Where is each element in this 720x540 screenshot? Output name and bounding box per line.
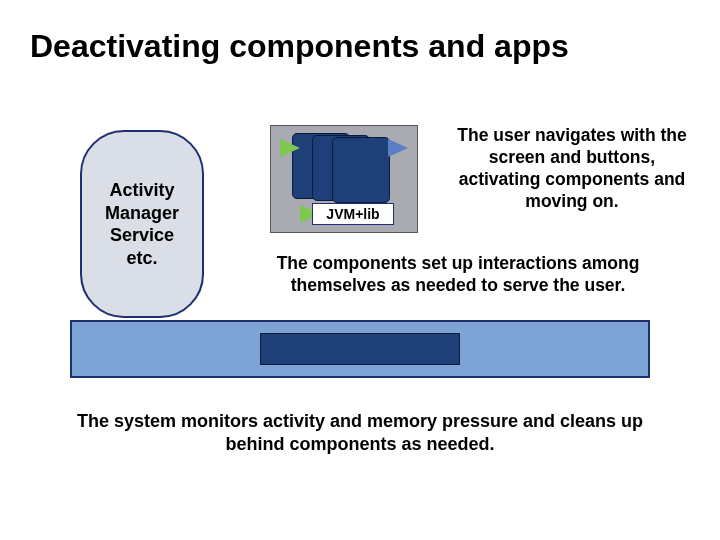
user-navigation-text: The user navigates with the screen and b… (448, 125, 696, 213)
slide-title: Deactivating components and apps (30, 28, 569, 65)
activity-manager-box: Activity Manager Service etc. (80, 130, 204, 318)
component-card-icon (332, 137, 390, 203)
arrow-right-icon (388, 139, 408, 157)
ams-line2: Manager (105, 203, 179, 223)
jvm-process-group: JVM+lib (270, 125, 418, 233)
ams-line4: etc. (126, 248, 157, 268)
ams-line1: Activity (109, 180, 174, 200)
component-interaction-text: The components set up interactions among… (228, 253, 688, 297)
arrow-right-icon (280, 139, 300, 157)
system-bar-inner (260, 333, 460, 365)
jvm-label: JVM+lib (312, 203, 394, 225)
system-bar (70, 320, 650, 378)
ams-line3: Service (110, 225, 174, 245)
activity-manager-text: Activity Manager Service etc. (105, 179, 179, 269)
system-monitor-text: The system monitors activity and memory … (60, 410, 660, 457)
